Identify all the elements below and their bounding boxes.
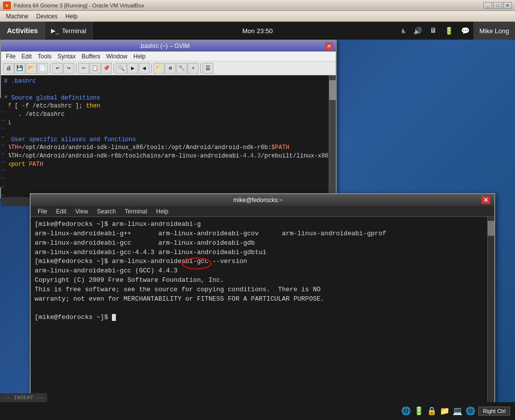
vbox-menu-devices[interactable]: Devices xyxy=(32,12,61,21)
gvim-bottom-status: -- INSERT -- xyxy=(0,393,47,402)
term-menu-file[interactable]: File xyxy=(34,207,51,216)
gvim-editor-area[interactable]: # .bashrc # Source global definitions if… xyxy=(1,75,329,197)
accessibility-icon: ♿ xyxy=(398,22,410,40)
gvim-scrollbar-thumb xyxy=(329,80,336,100)
activities-button[interactable]: Activities xyxy=(0,22,45,40)
toolbar-save-btn[interactable]: 💾 xyxy=(14,63,25,74)
terminal-window: mike@fedorocks:~ ✕ File Edit View Search… xyxy=(30,193,495,411)
terminal-taskbar-button[interactable]: ▶_ Terminal xyxy=(45,22,93,40)
toolbar-misc1-btn[interactable]: 📁 xyxy=(154,63,164,74)
vbox-menubar: Machine Devices Help xyxy=(0,11,515,22)
gvim-menu-buffers[interactable]: Buffers xyxy=(79,52,103,60)
gvim-content-area: # .bashrc # Source global definitions if… xyxy=(1,75,336,197)
toolbar-redo-btn[interactable]: ↪ xyxy=(63,63,74,74)
vbox-menu-machine[interactable]: Machine xyxy=(2,12,32,21)
toolbar-findprev-btn[interactable]: ◀ xyxy=(139,63,150,74)
terminal-scrollbar-thumb xyxy=(488,221,494,236)
gvim-menu-edit[interactable]: Edit xyxy=(18,52,35,60)
term-menu-edit[interactable]: Edit xyxy=(52,207,70,216)
toolbar-open-btn[interactable]: 📂 xyxy=(26,63,37,74)
terminal-text-area[interactable]: [mike@fedorocks ~]$ arm-linux-androideab… xyxy=(31,217,487,410)
toolbar-find-btn[interactable]: 🔍 xyxy=(116,63,127,74)
toolbar-sep2 xyxy=(76,63,77,73)
gvim-menu-window[interactable]: Window xyxy=(103,52,131,60)
toolbar-copy-btn[interactable]: 📋 xyxy=(90,63,101,74)
user-name: Mike Long xyxy=(479,27,509,35)
gvim-window: .bashrc (~) – GVIM ✕ File Edit Tools Syn… xyxy=(0,40,337,198)
gnome-bottom-bar: 🌐 🔋 🔒 📁 💻 🌐 Right Ctrl xyxy=(0,402,515,420)
toolbar-sep4 xyxy=(151,63,152,73)
gnome-status-area: ♿ 🔊 🖥 🔋 💬 Mike Long xyxy=(398,22,515,40)
vbox-menu-help[interactable]: Help xyxy=(61,12,82,21)
toolbar-sep1 xyxy=(50,63,51,73)
volume-icon: 🔊 xyxy=(410,22,426,40)
term-menu-view[interactable]: View xyxy=(71,207,92,216)
gvim-tilde-area: ~ ~ ~ ~ ~ ~ ~ ~ ~ ~ ~ ~ xyxy=(0,98,9,187)
vbox-maximize-button[interactable]: □ xyxy=(493,2,502,9)
vbox-titlebar: V Fedora 64 Gnome 3 [Running] - Oracle V… xyxy=(0,0,515,11)
toolbar-misc3-btn[interactable]: 🔧 xyxy=(176,63,187,74)
right-ctrl-indicator: Right Ctrl xyxy=(478,407,510,416)
terminal-titlebar: mike@fedorocks:~ ✕ xyxy=(31,194,494,206)
terminal-content-area: [mike@fedorocks ~]$ arm-linux-androideab… xyxy=(31,217,494,410)
gvim-menu-syntax[interactable]: Syntax xyxy=(54,52,79,60)
bottom-icon-5: 💻 xyxy=(453,406,463,416)
bottom-icon-1: 🌐 xyxy=(401,406,411,416)
gnome-clock: Mon 23:50 xyxy=(242,27,272,35)
toolbar-misc5-btn[interactable]: ☰ xyxy=(203,63,213,74)
term-menu-help[interactable]: Help xyxy=(152,207,172,216)
toolbar-sep5 xyxy=(200,63,201,73)
terminal-scrollbar[interactable] xyxy=(487,217,494,410)
gvim-close-button[interactable]: ✕ xyxy=(325,42,333,50)
gvim-scrollbar[interactable] xyxy=(329,75,336,197)
vbox-icon: V xyxy=(3,1,11,9)
gvim-titlebar: .bashrc (~) – GVIM ✕ xyxy=(1,41,336,52)
user-menu[interactable]: Mike Long xyxy=(473,22,515,40)
toolbar-cut-btn[interactable]: ✂ xyxy=(78,63,89,74)
terminal-close-button[interactable]: ✕ xyxy=(481,196,490,204)
terminal-title: mike@fedorocks:~ xyxy=(35,197,481,204)
toolbar-print-btn[interactable]: 🖨 xyxy=(3,63,14,74)
toolbar-undo-btn[interactable]: ↩ xyxy=(52,63,63,74)
term-menu-search[interactable]: Search xyxy=(93,207,120,216)
vbox-close-button[interactable]: ✕ xyxy=(503,2,512,9)
network-icon: 🖥 xyxy=(426,22,441,40)
vbox-win-buttons[interactable]: _ □ ✕ xyxy=(483,2,512,9)
desktop: .bashrc (~) – GVIM ✕ File Edit Tools Syn… xyxy=(0,40,515,420)
bottom-icon-4: 📁 xyxy=(440,406,450,416)
terminal-prompt-icon: ▶_ xyxy=(51,27,59,34)
gvim-menu-help[interactable]: Help xyxy=(130,52,149,60)
terminal-menubar: File Edit View Search Terminal Help xyxy=(31,206,494,217)
toolbar-findnext-btn[interactable]: ▶ xyxy=(127,63,138,74)
insert-mode-label: -- INSERT -- xyxy=(4,395,43,401)
gvim-menubar: File Edit Tools Syntax Buffers Window He… xyxy=(1,52,336,61)
gvim-menu-tools[interactable]: Tools xyxy=(35,52,54,60)
toolbar-sep3 xyxy=(113,63,114,73)
gvim-title: .bashrc (~) – GVIM xyxy=(4,43,325,50)
battery-icon: 🔋 xyxy=(441,22,457,40)
toolbar-misc2-btn[interactable]: ⚙ xyxy=(165,63,176,74)
toolbar-save2-btn[interactable]: 📄 xyxy=(37,63,48,74)
toolbar-misc4-btn[interactable]: ⚡ xyxy=(188,63,199,74)
toolbar-paste-btn[interactable]: 📌 xyxy=(101,63,112,74)
bottom-icon-6: 🌐 xyxy=(465,406,475,416)
term-menu-terminal[interactable]: Terminal xyxy=(121,207,151,216)
chat-icon: 💬 xyxy=(457,22,473,40)
gvim-menu-file[interactable]: File xyxy=(3,52,18,60)
vbox-title: Fedora 64 Gnome 3 [Running] - Oracle VM … xyxy=(14,2,483,8)
bottom-icon-2: 🔋 xyxy=(414,406,424,416)
gnome-topbar: Activities ▶_ Terminal Mon 23:50 ♿ 🔊 🖥 🔋… xyxy=(0,22,515,40)
vbox-minimize-button[interactable]: _ xyxy=(483,2,492,9)
gvim-toolbar: 🖨 💾 📂 📄 ↩ ↪ ✂ 📋 📌 🔍 ▶ ◀ 📁 ⚙ 🔧 ⚡ ☰ xyxy=(1,61,336,75)
bottom-icon-3: 🔒 xyxy=(427,406,437,416)
